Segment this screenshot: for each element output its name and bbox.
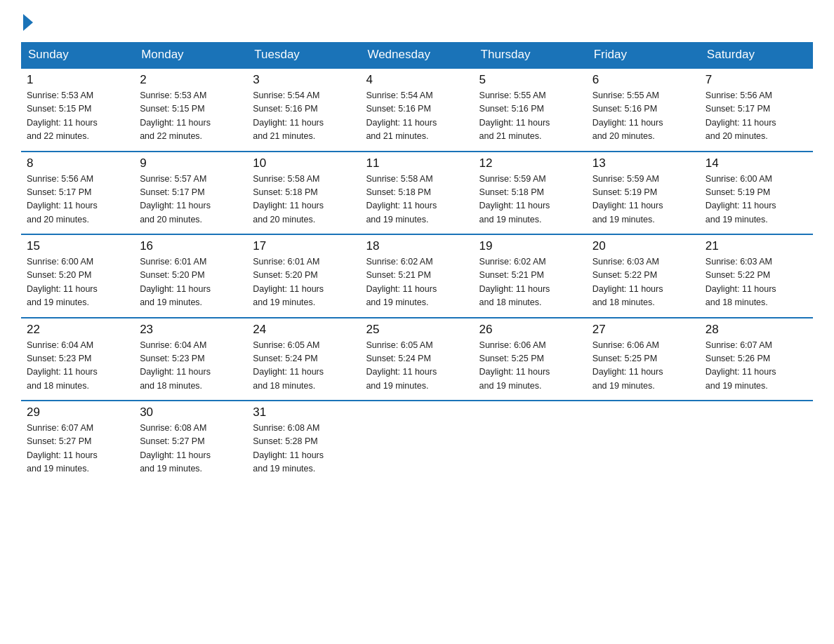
logo-arrow-icon bbox=[23, 14, 33, 31]
calendar-week-1: 1Sunrise: 5:53 AMSunset: 5:15 PMDaylight… bbox=[21, 68, 813, 152]
day-number: 5 bbox=[479, 73, 581, 87]
weekday-header-row: SundayMondayTuesdayWednesdayThursdayFrid… bbox=[21, 42, 813, 68]
calendar-cell: 11Sunrise: 5:58 AMSunset: 5:18 PMDayligh… bbox=[360, 152, 473, 235]
calendar-cell: 7Sunrise: 5:56 AMSunset: 5:17 PMDaylight… bbox=[700, 68, 813, 152]
calendar-body: 1Sunrise: 5:53 AMSunset: 5:15 PMDaylight… bbox=[21, 68, 813, 483]
day-number: 10 bbox=[253, 156, 355, 170]
day-info: Sunrise: 5:58 AMSunset: 5:18 PMDaylight:… bbox=[253, 173, 355, 227]
day-number: 21 bbox=[706, 239, 807, 253]
calendar-cell: 9Sunrise: 5:57 AMSunset: 5:17 PMDaylight… bbox=[134, 152, 247, 235]
day-info: Sunrise: 6:03 AMSunset: 5:22 PMDaylight:… bbox=[593, 255, 694, 310]
day-number: 14 bbox=[706, 156, 807, 170]
day-info: Sunrise: 5:55 AMSunset: 5:16 PMDaylight:… bbox=[593, 89, 694, 144]
calendar-cell: 30Sunrise: 6:08 AMSunset: 5:27 PMDayligh… bbox=[134, 401, 247, 483]
day-info: Sunrise: 5:54 AMSunset: 5:16 PMDaylight:… bbox=[366, 89, 468, 144]
calendar-week-5: 29Sunrise: 6:07 AMSunset: 5:27 PMDayligh… bbox=[21, 401, 813, 483]
day-number: 1 bbox=[27, 73, 128, 87]
day-number: 22 bbox=[27, 323, 128, 337]
day-number: 11 bbox=[366, 156, 468, 170]
day-info: Sunrise: 5:59 AMSunset: 5:19 PMDaylight:… bbox=[593, 173, 694, 227]
logo bbox=[21, 14, 33, 29]
calendar-cell: 26Sunrise: 6:06 AMSunset: 5:25 PMDayligh… bbox=[474, 318, 587, 401]
weekday-header-tuesday: Tuesday bbox=[247, 42, 360, 68]
calendar-cell: 4Sunrise: 5:54 AMSunset: 5:16 PMDaylight… bbox=[360, 68, 473, 152]
day-info: Sunrise: 6:05 AMSunset: 5:24 PMDaylight:… bbox=[253, 339, 355, 394]
weekday-header-sunday: Sunday bbox=[21, 42, 134, 68]
calendar-cell: 12Sunrise: 5:59 AMSunset: 5:18 PMDayligh… bbox=[474, 152, 587, 235]
day-number: 20 bbox=[593, 239, 694, 253]
calendar-cell: 3Sunrise: 5:54 AMSunset: 5:16 PMDaylight… bbox=[247, 68, 360, 152]
day-info: Sunrise: 5:59 AMSunset: 5:18 PMDaylight:… bbox=[479, 173, 581, 227]
day-info: Sunrise: 5:56 AMSunset: 5:17 PMDaylight:… bbox=[27, 173, 128, 227]
calendar-cell: 21Sunrise: 6:03 AMSunset: 5:22 PMDayligh… bbox=[700, 234, 813, 318]
calendar-cell: 29Sunrise: 6:07 AMSunset: 5:27 PMDayligh… bbox=[21, 401, 134, 483]
day-number: 16 bbox=[140, 239, 241, 253]
day-info: Sunrise: 6:07 AMSunset: 5:26 PMDaylight:… bbox=[706, 339, 807, 394]
weekday-header-thursday: Thursday bbox=[474, 42, 587, 68]
calendar-cell: 2Sunrise: 5:53 AMSunset: 5:15 PMDaylight… bbox=[134, 68, 247, 152]
calendar-cell bbox=[700, 401, 813, 483]
day-number: 31 bbox=[253, 405, 355, 420]
day-number: 25 bbox=[366, 323, 468, 337]
day-number: 29 bbox=[27, 405, 128, 420]
calendar-cell: 17Sunrise: 6:01 AMSunset: 5:20 PMDayligh… bbox=[247, 234, 360, 318]
day-info: Sunrise: 5:54 AMSunset: 5:16 PMDaylight:… bbox=[253, 89, 355, 144]
day-info: Sunrise: 6:07 AMSunset: 5:27 PMDaylight:… bbox=[27, 422, 128, 476]
weekday-header-monday: Monday bbox=[134, 42, 247, 68]
day-number: 24 bbox=[253, 323, 355, 337]
calendar-cell: 1Sunrise: 5:53 AMSunset: 5:15 PMDaylight… bbox=[21, 68, 134, 152]
day-number: 23 bbox=[140, 323, 241, 337]
calendar-cell: 16Sunrise: 6:01 AMSunset: 5:20 PMDayligh… bbox=[134, 234, 247, 318]
day-number: 30 bbox=[140, 405, 241, 420]
day-info: Sunrise: 6:00 AMSunset: 5:19 PMDaylight:… bbox=[706, 173, 807, 227]
calendar-cell: 18Sunrise: 6:02 AMSunset: 5:21 PMDayligh… bbox=[360, 234, 473, 318]
calendar-cell bbox=[474, 401, 587, 483]
calendar-cell: 6Sunrise: 5:55 AMSunset: 5:16 PMDaylight… bbox=[587, 68, 700, 152]
calendar-cell: 15Sunrise: 6:00 AMSunset: 5:20 PMDayligh… bbox=[21, 234, 134, 318]
day-info: Sunrise: 6:01 AMSunset: 5:20 PMDaylight:… bbox=[140, 255, 241, 310]
calendar-table: SundayMondayTuesdayWednesdayThursdayFrid… bbox=[21, 42, 813, 483]
calendar-cell: 14Sunrise: 6:00 AMSunset: 5:19 PMDayligh… bbox=[700, 152, 813, 235]
day-info: Sunrise: 6:05 AMSunset: 5:24 PMDaylight:… bbox=[366, 339, 468, 394]
calendar-cell: 31Sunrise: 6:08 AMSunset: 5:28 PMDayligh… bbox=[247, 401, 360, 483]
day-info: Sunrise: 5:53 AMSunset: 5:15 PMDaylight:… bbox=[140, 89, 241, 144]
calendar-cell: 19Sunrise: 6:02 AMSunset: 5:21 PMDayligh… bbox=[474, 234, 587, 318]
calendar-cell: 22Sunrise: 6:04 AMSunset: 5:23 PMDayligh… bbox=[21, 318, 134, 401]
day-number: 12 bbox=[479, 156, 581, 170]
weekday-header-saturday: Saturday bbox=[700, 42, 813, 68]
day-number: 3 bbox=[253, 73, 355, 87]
day-number: 15 bbox=[27, 239, 128, 253]
day-number: 17 bbox=[253, 239, 355, 253]
day-info: Sunrise: 6:04 AMSunset: 5:23 PMDaylight:… bbox=[140, 339, 241, 394]
calendar-cell bbox=[360, 401, 473, 483]
calendar-cell: 27Sunrise: 6:06 AMSunset: 5:25 PMDayligh… bbox=[587, 318, 700, 401]
day-info: Sunrise: 6:00 AMSunset: 5:20 PMDaylight:… bbox=[27, 255, 128, 310]
day-number: 26 bbox=[479, 323, 581, 337]
day-number: 6 bbox=[593, 73, 694, 87]
calendar-cell: 8Sunrise: 5:56 AMSunset: 5:17 PMDaylight… bbox=[21, 152, 134, 235]
day-number: 19 bbox=[479, 239, 581, 253]
day-info: Sunrise: 5:56 AMSunset: 5:17 PMDaylight:… bbox=[706, 89, 807, 144]
day-number: 28 bbox=[706, 323, 807, 337]
weekday-header-wednesday: Wednesday bbox=[360, 42, 473, 68]
day-number: 7 bbox=[706, 73, 807, 87]
page-header bbox=[21, 14, 813, 29]
day-info: Sunrise: 6:04 AMSunset: 5:23 PMDaylight:… bbox=[27, 339, 128, 394]
day-info: Sunrise: 5:58 AMSunset: 5:18 PMDaylight:… bbox=[366, 173, 468, 227]
calendar-week-3: 15Sunrise: 6:00 AMSunset: 5:20 PMDayligh… bbox=[21, 234, 813, 318]
calendar-cell bbox=[587, 401, 700, 483]
weekday-header-friday: Friday bbox=[587, 42, 700, 68]
calendar-cell: 24Sunrise: 6:05 AMSunset: 5:24 PMDayligh… bbox=[247, 318, 360, 401]
day-number: 18 bbox=[366, 239, 468, 253]
day-info: Sunrise: 6:01 AMSunset: 5:20 PMDaylight:… bbox=[253, 255, 355, 310]
calendar-cell: 10Sunrise: 5:58 AMSunset: 5:18 PMDayligh… bbox=[247, 152, 360, 235]
day-number: 9 bbox=[140, 156, 241, 170]
calendar-cell: 13Sunrise: 5:59 AMSunset: 5:19 PMDayligh… bbox=[587, 152, 700, 235]
day-info: Sunrise: 5:55 AMSunset: 5:16 PMDaylight:… bbox=[479, 89, 581, 144]
calendar-cell: 28Sunrise: 6:07 AMSunset: 5:26 PMDayligh… bbox=[700, 318, 813, 401]
day-info: Sunrise: 5:57 AMSunset: 5:17 PMDaylight:… bbox=[140, 173, 241, 227]
day-number: 8 bbox=[27, 156, 128, 170]
calendar-cell: 5Sunrise: 5:55 AMSunset: 5:16 PMDaylight… bbox=[474, 68, 587, 152]
day-number: 13 bbox=[593, 156, 694, 170]
day-info: Sunrise: 6:06 AMSunset: 5:25 PMDaylight:… bbox=[479, 339, 581, 394]
